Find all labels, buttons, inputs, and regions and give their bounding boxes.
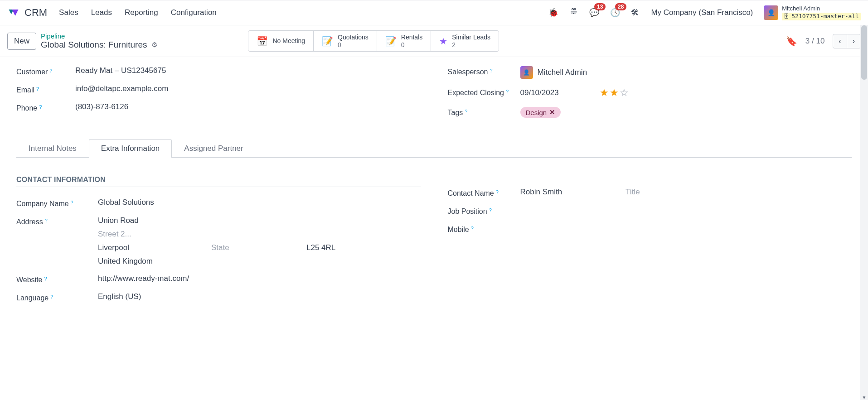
calendar-icon: 📅: [257, 36, 268, 47]
language-label: Language: [16, 294, 48, 302]
job-position-label: Job Position: [448, 207, 487, 216]
help-icon[interactable]: ?: [496, 189, 499, 195]
user-avatar[interactable]: 👤: [764, 5, 778, 20]
edit-icon: 📝: [385, 36, 397, 47]
form-body: Customer? Ready Mat – US12345675 Email? …: [0, 57, 868, 319]
scrollbar[interactable]: ▲ ▼: [860, 25, 868, 319]
edit-icon: 📝: [322, 36, 333, 47]
pager: 🔖 3 / 10 ‹ ›: [786, 34, 861, 48]
contact-name-value[interactable]: Robin Smith: [520, 188, 563, 197]
mobile-label: Mobile: [448, 226, 469, 234]
country-input[interactable]: United Kingdom: [98, 257, 421, 266]
nav-configuration[interactable]: Configuration: [171, 8, 217, 17]
closing-label: Expected Closing: [448, 89, 504, 97]
help-icon[interactable]: ?: [36, 86, 39, 92]
stat-quotations[interactable]: 📝 Quotations 0: [314, 31, 377, 52]
stat-meeting[interactable]: 📅 No Meeting: [248, 31, 314, 52]
tag-remove-icon[interactable]: ✕: [549, 108, 555, 116]
debug-icon[interactable]: 🐞: [548, 8, 558, 18]
priority-stars[interactable]: ★★☆: [600, 87, 630, 99]
support-icon[interactable]: [569, 8, 578, 17]
street2-input[interactable]: [98, 230, 421, 239]
website-value[interactable]: http://www.ready-mat.com/: [98, 274, 421, 283]
salesperson-label: Salesperson: [448, 68, 488, 76]
tab-extra-information[interactable]: Extra Information: [89, 139, 172, 158]
state-input[interactable]: [211, 243, 275, 252]
stat-similar-leads[interactable]: ★ Similar Leads 2: [431, 31, 499, 52]
customer-label: Customer: [16, 68, 48, 76]
help-icon[interactable]: ?: [50, 294, 53, 299]
help-icon[interactable]: ?: [490, 68, 492, 73]
scrollbar-thumb[interactable]: [861, 25, 867, 80]
breadcrumb-link[interactable]: Pipeline: [41, 32, 157, 40]
nav-reporting[interactable]: Reporting: [125, 8, 158, 17]
salesperson-avatar: 👤: [520, 66, 533, 79]
messages-badge: 13: [594, 3, 606, 10]
pager-next-button[interactable]: ›: [847, 34, 861, 48]
nav-leads[interactable]: Leads: [91, 8, 112, 17]
user-name: Mitchell Admin: [782, 5, 861, 13]
street1-input[interactable]: Union Road: [98, 216, 421, 225]
pager-prev-button[interactable]: ‹: [833, 34, 847, 48]
help-icon[interactable]: ?: [49, 68, 52, 73]
company-name-label: Company Name: [16, 200, 69, 208]
settings-gear-icon[interactable]: ⚙: [151, 41, 157, 49]
user-block[interactable]: Mitchell Admin 🗄52107751-master-all: [782, 5, 861, 20]
tools-icon[interactable]: 🛠: [631, 8, 639, 18]
nav-sales[interactable]: Sales: [59, 8, 78, 17]
tab-assigned-partner[interactable]: Assigned Partner: [172, 139, 255, 158]
brand-label[interactable]: CRM: [24, 7, 47, 19]
customer-value[interactable]: Ready Mat – US12345675: [75, 66, 421, 75]
email-value[interactable]: info@deltapc.example.com: [75, 84, 421, 93]
stat-rentals[interactable]: 📝 Rentals 0: [377, 31, 431, 52]
tabs: Internal Notes Extra Information Assigne…: [16, 139, 852, 158]
section-divider: [16, 187, 421, 187]
db-badge: 🗄52107751-master-all: [782, 13, 861, 20]
app-logo-icon: [7, 6, 20, 19]
help-icon[interactable]: ?: [71, 200, 73, 205]
address-label: Address: [16, 218, 43, 226]
page-counter[interactable]: 3 / 10: [805, 37, 825, 46]
bookmark-icon[interactable]: 🔖: [786, 36, 797, 47]
tag-design[interactable]: Design ✕: [520, 107, 561, 118]
closing-value[interactable]: 09/10/2023: [520, 88, 559, 97]
svg-marker-1: [12, 10, 19, 16]
help-icon[interactable]: ?: [45, 218, 48, 223]
tags-label: Tags: [448, 109, 463, 117]
activities-icon[interactable]: 🕓28: [610, 8, 620, 18]
tab-internal-notes[interactable]: Internal Notes: [16, 139, 89, 158]
activities-badge: 28: [615, 3, 626, 10]
zip-input[interactable]: [306, 243, 361, 252]
phone-label: Phone: [16, 104, 37, 112]
top-nav: CRM Sales Leads Reporting Configuration …: [0, 0, 868, 25]
help-icon[interactable]: ?: [39, 104, 42, 110]
section-contact-info: CONTACT INFORMATION: [16, 176, 421, 184]
help-icon[interactable]: ?: [489, 207, 492, 213]
city-input[interactable]: [98, 243, 179, 252]
star-icon: ★: [439, 36, 447, 47]
email-label: Email: [16, 86, 34, 94]
company-name-value[interactable]: Global Solutions: [98, 198, 421, 207]
title-placeholder[interactable]: Title: [626, 188, 640, 197]
new-button[interactable]: New: [7, 33, 36, 50]
contact-name-label: Contact Name: [448, 189, 494, 198]
stat-buttons: 📅 No Meeting 📝 Quotations 0 📝 Rentals 0 …: [248, 30, 499, 52]
help-icon[interactable]: ?: [465, 109, 467, 114]
help-icon[interactable]: ?: [506, 89, 509, 94]
website-label: Website: [16, 276, 43, 284]
company-switcher[interactable]: My Company (San Francisco): [651, 8, 753, 17]
control-bar: New Pipeline Global Solutions: Furniture…: [0, 25, 868, 57]
messages-icon[interactable]: 💬13: [589, 8, 599, 18]
salesperson-value[interactable]: 👤 Mitchell Admin: [520, 66, 852, 79]
help-icon[interactable]: ?: [44, 276, 47, 281]
phone-value[interactable]: (803)-873-6126: [75, 102, 421, 111]
language-value[interactable]: English (US): [98, 292, 421, 301]
breadcrumb-title: Global Solutions: Furnitures: [41, 40, 147, 50]
help-icon[interactable]: ?: [471, 226, 474, 231]
